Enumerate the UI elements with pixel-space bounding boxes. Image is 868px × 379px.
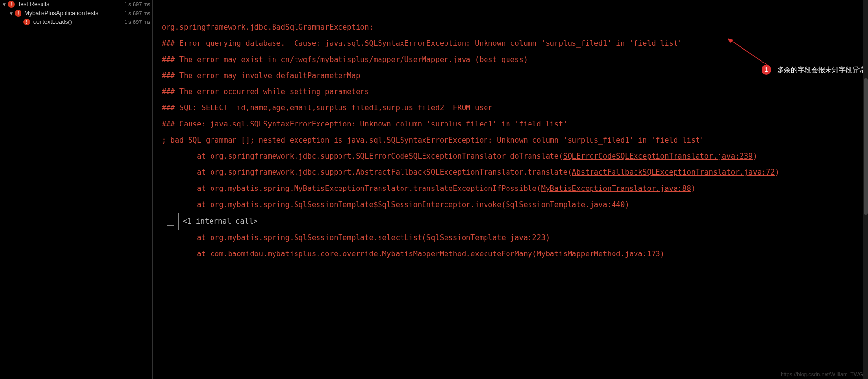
tree-root-time: 1 s 697 ms — [124, 1, 150, 7]
tree-item-time: 1 s 697 ms — [124, 19, 150, 25]
chevron-down-icon: ▼ — [2, 2, 7, 7]
stack-line: at org.mybatis.spring.MyBatisExceptionTr… — [162, 181, 859, 197]
stack-line: at org.springframework.jdbc.support.SQLE… — [162, 148, 859, 165]
source-link[interactable]: SqlSessionTemplate.java:440 — [506, 200, 625, 209]
error-text: ### The error occurred while setting par… — [162, 84, 859, 100]
tree-item-class[interactable]: ▼ MybatisPlusApplicationTests 1 s 697 ms — [0, 9, 152, 18]
stack-line: at com.baomidou.mybatisplus.core.overrid… — [162, 246, 859, 262]
source-link[interactable]: AbstractFallbackSQLExceptionTranslator.j… — [572, 168, 775, 177]
tree-item-time: 1 s 697 ms — [124, 10, 150, 16]
test-tree-panel: ▼ Test Results 1 s 697 ms ▼ MybatisPlusA… — [0, 0, 153, 379]
error-text: ### The error may exist in cn/twgfs/myba… — [162, 52, 859, 68]
annotation-text: 多余的字段会报未知字段异常 — [777, 63, 866, 78]
annotation-callout: 1 多余的字段会报未知字段异常 — [762, 63, 866, 78]
expand-button[interactable] — [167, 218, 174, 226]
annotation-badge: 1 — [762, 65, 771, 75]
error-icon — [8, 1, 15, 8]
scrollbar-thumb[interactable] — [864, 78, 868, 215]
source-link[interactable]: MybatisMapperMethod.java:173 — [537, 250, 660, 258]
tree-root-label: Test Results — [18, 1, 124, 8]
tree-root-row[interactable]: ▼ Test Results 1 s 697 ms — [0, 0, 152, 9]
tree-item-label: contextLoads() — [33, 19, 124, 25]
vertical-scrollbar[interactable] — [863, 0, 868, 379]
tree-item-label: MybatisPlusApplicationTests — [24, 10, 124, 17]
error-text: ### The error may involve defaultParamet… — [162, 68, 859, 84]
source-link[interactable]: MyBatisExceptionTranslator.java:88 — [541, 184, 691, 193]
source-link[interactable]: SQLErrorCodeSQLExceptionTranslator.java:… — [563, 152, 753, 161]
error-icon — [15, 10, 21, 17]
tree-item-test[interactable]: contextLoads() 1 s 697 ms — [0, 18, 152, 26]
error-icon — [23, 19, 30, 25]
error-text: org.springframework.jdbc.BadSqlGrammarEx… — [162, 20, 859, 36]
chevron-down-icon: ▼ — [9, 11, 14, 16]
error-text: ### Error querying database. Cause: java… — [162, 36, 859, 52]
console-output[interactable]: org.springframework.jdbc.BadSqlGrammarEx… — [153, 0, 868, 379]
error-text: ### SQL: SELECT id,name,age,email,surplu… — [162, 100, 859, 116]
internal-calls-row: <1 internal call> — [167, 213, 859, 230]
source-link[interactable]: SqlSessionTemplate.java:223 — [426, 233, 546, 242]
stack-line: at org.springframework.jdbc.support.Abst… — [162, 165, 859, 181]
stack-line: at org.mybatis.spring.SqlSessionTemplate… — [162, 197, 859, 213]
internal-calls-label[interactable]: <1 internal call> — [178, 213, 262, 230]
watermark: https://blog.csdn.net/William_TWG — [781, 371, 863, 377]
error-text: ; bad SQL grammar []; nested exception i… — [162, 132, 859, 148]
error-text: ### Cause: java.sql.SQLSyntaxErrorExcept… — [162, 116, 859, 132]
stack-line: at org.mybatis.spring.SqlSessionTemplate… — [162, 230, 859, 246]
